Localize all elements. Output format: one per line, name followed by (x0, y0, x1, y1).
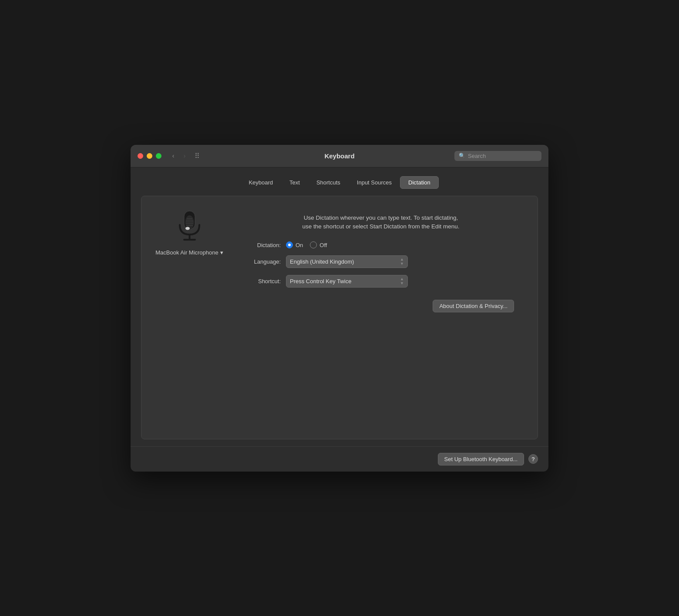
close-button[interactable] (138, 153, 143, 159)
shortcut-value: Press Control Key Twice (290, 278, 351, 285)
content-area: MacBook Air Microphone ▾ Use Dictation w… (141, 196, 538, 439)
search-icon: 🔍 (459, 153, 465, 159)
footer: Set Up Bluetooth Keyboard... ? (131, 446, 548, 472)
language-dropdown[interactable]: English (United Kingdom) ▲ ▼ (286, 255, 408, 268)
microphone-icon (172, 209, 207, 244)
shortcut-dropdown[interactable]: Press Control Key Twice ▲ ▼ (286, 275, 408, 288)
svg-point-8 (185, 227, 190, 230)
language-row: Language: English (United Kingdom) ▲ ▼ (237, 255, 524, 268)
language-value: English (United Kingdom) (290, 258, 354, 265)
shortcut-dropdown-arrows: ▲ ▼ (400, 277, 404, 285)
tab-input-sources[interactable]: Input Sources (349, 176, 400, 189)
tab-dictation[interactable]: Dictation (400, 176, 439, 189)
back-button[interactable]: ‹ (168, 151, 178, 161)
tab-text[interactable]: Text (281, 176, 308, 189)
titlebar: ‹ › ⠿ Keyboard 🔍 (131, 145, 548, 167)
radio-on[interactable] (286, 241, 293, 248)
minimize-button[interactable] (147, 153, 152, 159)
window-title: Keyboard (324, 152, 354, 160)
grid-icon: ⠿ (195, 152, 200, 160)
radio-off[interactable] (310, 241, 317, 248)
language-dropdown-arrows: ▲ ▼ (400, 258, 404, 266)
tab-shortcuts[interactable]: Shortcuts (308, 176, 349, 189)
dictation-label: Dictation: (237, 242, 281, 248)
mic-dropdown-arrow: ▾ (220, 249, 223, 256)
nav-buttons: ‹ › (168, 151, 189, 161)
search-bar[interactable]: 🔍 (454, 151, 541, 161)
main-window: ‹ › ⠿ Keyboard 🔍 Keyboard Text Shortcuts… (131, 145, 548, 472)
dictation-layout: MacBook Air Microphone ▾ Use Dictation w… (155, 209, 524, 295)
tabs-container: Keyboard Text Shortcuts Input Sources Di… (131, 167, 548, 189)
language-label: Language: (237, 258, 281, 265)
forward-button[interactable]: › (180, 151, 189, 161)
search-input[interactable] (468, 153, 537, 159)
dictation-off-option[interactable]: Off (310, 241, 327, 248)
shortcut-row: Shortcut: Press Control Key Twice ▲ ▼ (237, 275, 524, 288)
traffic-lights (138, 153, 161, 159)
settings-section: Use Dictation wherever you can type text… (237, 209, 524, 295)
dictation-on-option[interactable]: On (286, 241, 303, 248)
description-text: Use Dictation wherever you can type text… (237, 214, 524, 231)
tab-keyboard[interactable]: Keyboard (240, 176, 281, 189)
bluetooth-button[interactable]: Set Up Bluetooth Keyboard... (438, 453, 524, 465)
dictation-row: Dictation: On Off (237, 241, 524, 248)
content-bottom: About Dictation & Privacy... (155, 295, 524, 318)
shortcut-label: Shortcut: (237, 278, 281, 285)
privacy-button[interactable]: About Dictation & Privacy... (433, 300, 514, 312)
dictation-radio-group: On Off (286, 241, 327, 248)
mic-section: MacBook Air Microphone ▾ (155, 209, 224, 256)
mic-label[interactable]: MacBook Air Microphone ▾ (155, 249, 223, 256)
maximize-button[interactable] (156, 153, 161, 159)
help-button[interactable]: ? (528, 454, 538, 464)
